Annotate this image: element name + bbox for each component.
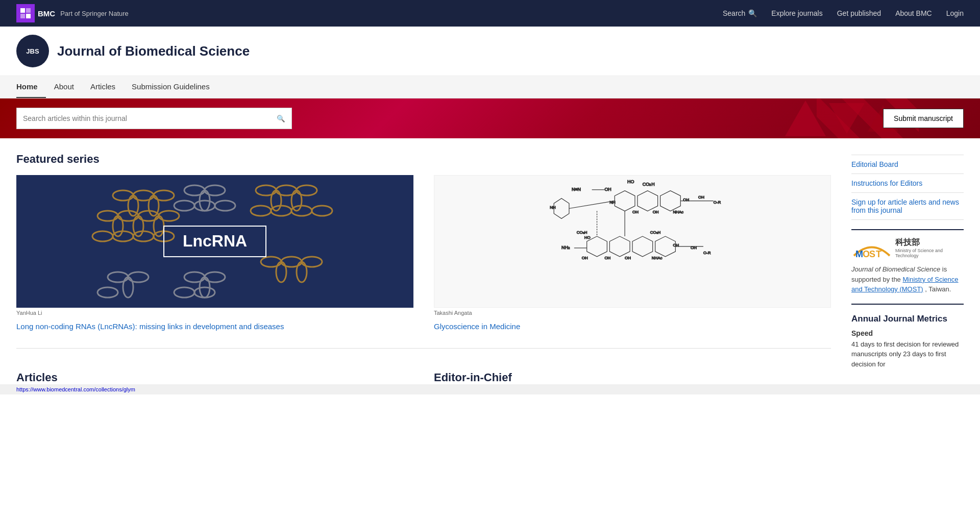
articles-section: Articles xyxy=(16,357,413,384)
svg-text:CO₂H: CO₂H xyxy=(650,230,661,235)
most-description: Journal of Biomedical Science is support… xyxy=(851,264,964,294)
top-navigation: BMC Part of Springer Nature Search 🔍 Exp… xyxy=(0,0,980,27)
search-submit-icon: 🔍 xyxy=(277,115,285,122)
search-nav-link[interactable]: Search 🔍 xyxy=(723,9,757,17)
main-content: Featured series xyxy=(16,138,851,384)
search-form: 🔍 xyxy=(16,108,292,129)
most-logo-row: M O S T 科技部 Ministry of Science and Tech… xyxy=(851,237,964,258)
svg-text:T: T xyxy=(876,249,881,258)
main-container: Featured series xyxy=(0,138,980,384)
svg-text:NHAc: NHAc xyxy=(652,256,663,260)
status-bar: https://www.biomedcentral.com/collection… xyxy=(0,384,980,394)
most-chinese-label: 科技部 xyxy=(895,237,964,248)
most-desc-end: , Taiwan. xyxy=(925,285,951,293)
editor-section: Editor-in-Chief xyxy=(434,357,831,384)
search-banner: 🔍 Submit manuscript xyxy=(0,98,980,138)
svg-text:OH: OH xyxy=(653,210,659,214)
sidebar-divider-2 xyxy=(851,304,964,305)
search-input[interactable] xyxy=(17,110,271,127)
lncrna-series-link[interactable]: Long non-coding RNAs (LncRNAs): missing … xyxy=(16,321,413,332)
annual-metrics-title: Annual Journal Metrics xyxy=(851,314,964,324)
get-published-link[interactable]: Get published xyxy=(837,9,881,17)
nav-submission-guidelines[interactable]: Submission Guidelines xyxy=(124,76,218,98)
glyco-series-link[interactable]: Glycoscience in Medicine xyxy=(434,321,831,332)
login-link[interactable]: Login xyxy=(946,9,964,17)
search-icon: 🔍 xyxy=(748,9,757,17)
svg-text:NHAc: NHAc xyxy=(673,210,683,214)
svg-text:OH: OH xyxy=(698,195,704,200)
glyco-image: N≡N OH HO CO₂H NH OH OH NHA xyxy=(434,175,831,308)
instructions-editors-link[interactable]: Instructions for Editors xyxy=(851,174,964,193)
nav-articles[interactable]: Articles xyxy=(82,76,124,98)
svg-text:HO: HO xyxy=(627,179,634,184)
svg-rect-3 xyxy=(26,14,31,18)
most-chinese-text: 科技部 Ministry of Science and Technology xyxy=(895,237,964,258)
nav-home[interactable]: Home xyxy=(16,76,46,98)
featured-item-glyco: N≡N OH HO CO₂H NH OH OH NHA xyxy=(434,175,831,332)
most-logo-arc: M O S T xyxy=(851,238,892,258)
svg-text:OH: OH xyxy=(625,256,631,260)
bmc-logo-box xyxy=(16,4,35,22)
glyco-image-caption: Takashi Angata xyxy=(434,310,831,316)
journal-title: Journal of Biomedical Science xyxy=(57,43,250,59)
featured-series-grid: LncRNA LncRNA YanHua Li Long non-coding … xyxy=(16,175,831,332)
bmc-logo-icon xyxy=(19,7,32,19)
nav-about[interactable]: About xyxy=(46,76,82,98)
svg-text:NH: NH xyxy=(550,205,556,210)
secondary-navigation: Home About Articles Submission Guideline… xyxy=(0,76,980,98)
svg-text:OH: OH xyxy=(604,187,611,192)
most-desc-journal: Journal of Biomedical Science xyxy=(851,265,940,273)
svg-text:O-R: O-R xyxy=(714,200,721,205)
triangle-2 xyxy=(829,103,865,134)
most-logo-svg: M O S T xyxy=(851,238,892,258)
banner-decoration xyxy=(785,98,898,138)
svg-text:OH: OH xyxy=(683,197,689,202)
journal-logo: JBS xyxy=(16,35,49,67)
sidebar-divider-1 xyxy=(851,229,964,230)
svg-text:HO: HO xyxy=(584,235,591,240)
svg-rect-1 xyxy=(26,8,31,13)
svg-text:CO₂H: CO₂H xyxy=(643,182,655,187)
explore-journals-link[interactable]: Explore journals xyxy=(771,9,822,17)
about-bmc-link[interactable]: About BMC xyxy=(895,9,932,17)
top-nav-left: BMC Part of Springer Nature xyxy=(16,4,129,22)
svg-text:OH: OH xyxy=(691,245,697,250)
articles-title: Articles xyxy=(16,371,413,384)
svg-text:NH₂: NH₂ xyxy=(561,245,570,250)
submit-manuscript-button[interactable]: Submit manuscript xyxy=(883,109,964,128)
svg-text:OH: OH xyxy=(632,210,639,214)
svg-text:CO₂H: CO₂H xyxy=(577,230,587,235)
lncrna-image: LncRNA LncRNA xyxy=(16,175,413,308)
bmc-text: BMC xyxy=(38,9,55,18)
featured-series-title: Featured series xyxy=(16,153,831,166)
svg-text:NH: NH xyxy=(609,200,616,205)
svg-text:O-R: O-R xyxy=(703,251,711,255)
journal-header: JBS Journal of Biomedical Science xyxy=(0,27,980,76)
svg-text:O: O xyxy=(863,249,870,258)
featured-item-lncrna: LncRNA LncRNA YanHua Li Long non-coding … xyxy=(16,175,413,332)
most-logo: M O S T 科技部 Ministry of Science and Tech… xyxy=(851,237,964,258)
svg-text:M: M xyxy=(855,249,863,258)
triangle-1 xyxy=(785,101,826,136)
most-subtitle: Ministry of Science and Technology xyxy=(895,248,964,258)
svg-rect-2 xyxy=(20,14,25,18)
search-button[interactable]: 🔍 xyxy=(271,111,291,127)
svg-rect-0 xyxy=(20,8,25,13)
speed-text: 41 days to first decision for reviewed m… xyxy=(851,339,964,369)
article-alerts-link[interactable]: Sign up for article alerts and news from… xyxy=(851,193,964,220)
bottom-grid: Articles Editor-in-Chief xyxy=(16,357,831,384)
svg-text:S: S xyxy=(869,249,875,258)
svg-text:OH: OH xyxy=(582,256,588,260)
journal-logo-text: JBS xyxy=(26,47,39,55)
speed-title: Speed xyxy=(851,329,964,337)
sidebar: Editorial Board Instructions for Editors… xyxy=(851,138,964,384)
svg-text:OH: OH xyxy=(604,256,610,260)
search-nav-label: Search xyxy=(723,9,745,17)
bmc-logo[interactable]: BMC xyxy=(16,4,55,22)
lncrna-image-caption: YanHua Li xyxy=(16,310,413,316)
editorial-board-link[interactable]: Editorial Board xyxy=(851,155,964,174)
springer-text: Part of Springer Nature xyxy=(60,10,129,17)
section-divider xyxy=(16,348,831,349)
svg-text:N≡N: N≡N xyxy=(572,187,581,192)
top-nav-right: Search 🔍 Explore journals Get published … xyxy=(723,9,964,17)
